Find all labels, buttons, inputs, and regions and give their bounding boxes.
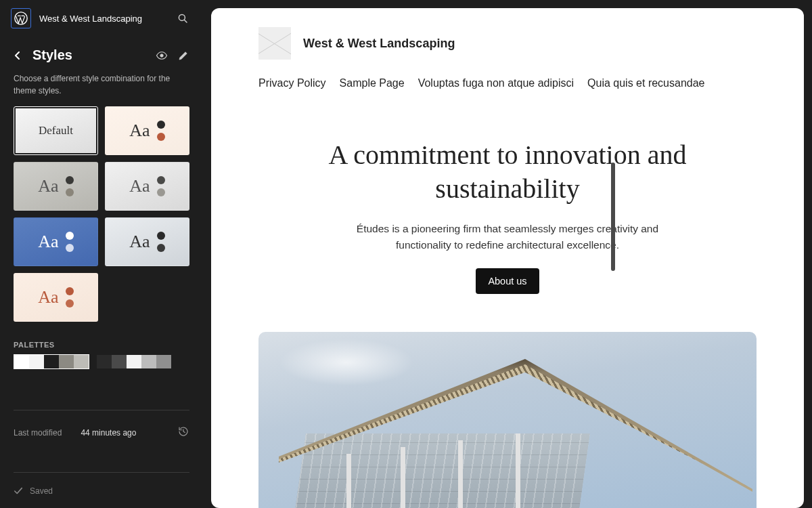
styles-header: Styles <box>0 37 203 68</box>
command-palette-button[interactable] <box>173 9 192 28</box>
saved-status: Saved <box>14 475 189 508</box>
palette-1[interactable] <box>96 354 172 369</box>
palette-swatch <box>156 355 171 368</box>
style-variation-5[interactable]: Aa <box>105 217 189 266</box>
history-icon <box>177 425 189 438</box>
palette-0[interactable] <box>14 354 89 369</box>
variation-label: Aa <box>38 232 58 252</box>
preview-site-header: West & West Landscaping <box>258 27 757 60</box>
sidebar-footer: Last modified 44 minutes ago Saved <box>0 392 203 508</box>
palette-swatch <box>59 355 74 368</box>
style-variations-grid: Default Aa Aa Aa Aa Aa Aa <box>0 106 203 322</box>
hero-text[interactable]: Études is a pioneering firm that seamles… <box>332 221 683 253</box>
hero-button[interactable]: About us <box>476 268 539 294</box>
style-variation-3[interactable]: Aa <box>105 162 189 211</box>
palette-swatch <box>141 355 156 368</box>
search-icon <box>177 12 189 24</box>
nav-link-3[interactable]: Quia quis et recusandae <box>587 77 704 89</box>
palette-swatch <box>14 355 29 368</box>
hero-image[interactable] <box>258 332 757 508</box>
palette-swatch <box>74 355 89 368</box>
style-variation-default[interactable]: Default <box>14 106 98 155</box>
styles-help-text: Choose a different style combination for… <box>0 68 203 106</box>
nav-link-2[interactable]: Voluptas fuga non atque adipisci <box>418 77 574 89</box>
revisions-button[interactable] <box>177 425 189 440</box>
editor-sidebar: West & West Landscaping Styles Choose a … <box>0 0 203 508</box>
pencil-icon <box>177 49 189 62</box>
palette-swatch <box>127 355 141 368</box>
variation-label: Aa <box>129 176 150 196</box>
palette-swatch <box>97 355 112 368</box>
hero-title[interactable]: A commitment to innovation and sustainab… <box>291 138 724 206</box>
preview-canvas-wrap: West & West Landscaping Privacy Policy S… <box>203 0 812 508</box>
last-modified-label: Last modified <box>14 428 62 438</box>
site-title[interactable]: West & West Landscaping <box>39 14 165 24</box>
chevron-left-icon <box>14 51 22 60</box>
last-modified-value: 44 minutes ago <box>81 428 136 438</box>
back-button[interactable] <box>14 49 26 62</box>
style-variation-1[interactable]: Aa <box>105 106 189 155</box>
preview-site-name[interactable]: West & West Landscaping <box>303 37 455 51</box>
style-variation-6[interactable]: Aa <box>14 273 98 322</box>
svg-point-3 <box>160 54 164 57</box>
preview-nav: Privacy Policy Sample Page Voluptas fuga… <box>258 77 757 89</box>
panel-title: Styles <box>32 47 149 63</box>
site-logo-placeholder[interactable] <box>258 27 291 60</box>
variation-label: Aa <box>129 232 150 252</box>
top-bar: West & West Landscaping <box>0 0 203 37</box>
eye-icon <box>156 49 168 62</box>
last-modified-row[interactable]: Last modified 44 minutes ago <box>14 410 189 454</box>
nav-link-0[interactable]: Privacy Policy <box>258 77 326 89</box>
style-book-button[interactable] <box>156 49 168 62</box>
divider <box>14 472 189 473</box>
variation-label: Aa <box>129 121 150 141</box>
preview-canvas[interactable]: West & West Landscaping Privacy Policy S… <box>211 8 804 508</box>
sidebar-scrollbar[interactable] <box>611 163 615 271</box>
nav-link-1[interactable]: Sample Page <box>340 77 405 89</box>
svg-line-2 <box>184 20 187 22</box>
style-variation-4[interactable]: Aa <box>14 217 98 266</box>
edit-styles-button[interactable] <box>177 49 189 62</box>
style-variation-2[interactable]: Aa <box>14 162 98 211</box>
palette-swatch <box>29 355 44 368</box>
variation-label: Default <box>39 124 73 137</box>
palette-swatch <box>44 355 59 368</box>
saved-label: Saved <box>30 486 53 496</box>
wordpress-logo[interactable] <box>11 8 31 28</box>
wordpress-icon <box>14 11 28 26</box>
preview-hero: A commitment to innovation and sustainab… <box>258 138 757 294</box>
check-icon <box>14 486 23 496</box>
variation-label: Aa <box>38 287 58 308</box>
palette-swatch <box>112 355 127 368</box>
palettes-row <box>0 354 203 369</box>
palettes-label: PALETTES <box>0 322 203 354</box>
variation-label: Aa <box>38 176 58 196</box>
